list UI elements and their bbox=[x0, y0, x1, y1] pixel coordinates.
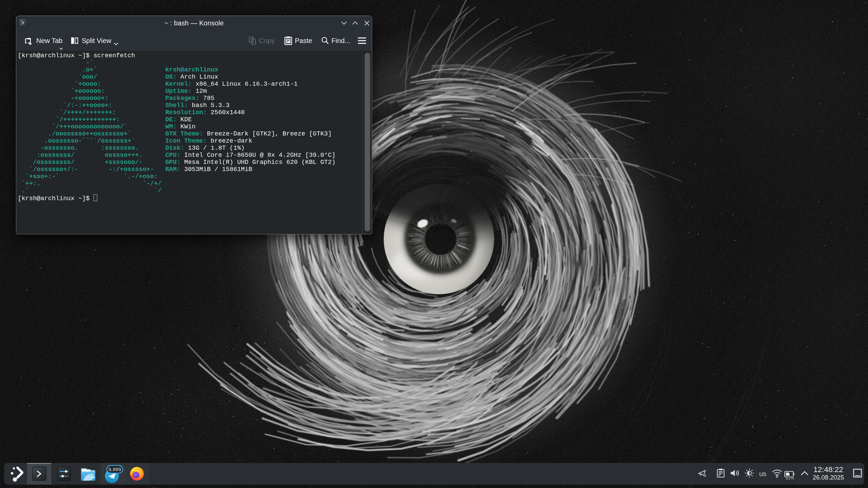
svg-text:9,999: 9,999 bbox=[108, 466, 121, 472]
